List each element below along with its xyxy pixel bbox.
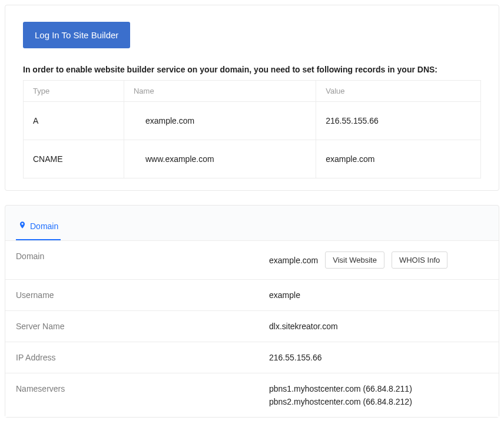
info-value-server-name: dlx.sitekreator.com bbox=[269, 322, 338, 331]
domain-row-username: Username example bbox=[5, 279, 499, 310]
info-value-nameserver: pbns2.myhostcenter.com (66.84.8.212) bbox=[269, 397, 412, 406]
visit-website-button[interactable]: Visit Website bbox=[325, 251, 384, 269]
dns-col-name: Name bbox=[124, 81, 316, 102]
dns-type-cell: CNAME bbox=[24, 140, 124, 178]
info-label-ip-address: IP Address bbox=[16, 353, 269, 362]
domain-row-ip-address: IP Address 216.55.155.66 bbox=[5, 342, 499, 373]
tab-bar: Domain bbox=[5, 206, 499, 240]
map-marker-icon bbox=[18, 221, 26, 231]
dns-value-cell: 216.55.155.66 bbox=[316, 102, 481, 140]
domain-info-list: Domain example.com Visit Website WHOIS I… bbox=[5, 240, 499, 417]
dns-name-cell: www.example.com bbox=[124, 140, 316, 178]
dns-value-cell: example.com bbox=[316, 140, 481, 178]
dns-col-value: Value bbox=[316, 81, 481, 102]
info-label-nameservers: Nameservers bbox=[16, 384, 269, 393]
domain-info-card: Domain Domain example.com Visit Website … bbox=[5, 205, 499, 418]
domain-row-nameservers: Nameservers pbns1.myhostcenter.com (66.8… bbox=[5, 373, 499, 417]
info-value-ip-address: 216.55.155.66 bbox=[269, 353, 322, 362]
info-label-username: Username bbox=[16, 290, 269, 300]
dns-col-type: Type bbox=[24, 81, 124, 102]
login-site-builder-button[interactable]: Log In To Site Builder bbox=[23, 22, 130, 48]
dns-instruction-text: In order to enable website builder servi… bbox=[23, 65, 481, 74]
tab-domain[interactable]: Domain bbox=[16, 216, 61, 240]
site-builder-card: Log In To Site Builder In order to enabl… bbox=[5, 5, 499, 191]
info-label-server-name: Server Name bbox=[16, 322, 269, 331]
domain-row-domain: Domain example.com Visit Website WHOIS I… bbox=[5, 240, 499, 279]
dns-name-cell: example.com bbox=[124, 102, 316, 140]
tab-domain-label: Domain bbox=[30, 221, 58, 231]
info-value-username: example bbox=[269, 290, 300, 300]
table-row: CNAME www.example.com example.com bbox=[24, 140, 481, 178]
info-label-domain: Domain bbox=[16, 251, 269, 261]
whois-info-button[interactable]: WHOIS Info bbox=[392, 251, 447, 269]
info-value-nameserver: pbns1.myhostcenter.com (66.84.8.211) bbox=[269, 384, 412, 393]
domain-row-server-name: Server Name dlx.sitekreator.com bbox=[5, 310, 499, 342]
info-value-domain: example.com bbox=[269, 256, 318, 265]
dns-records-table: Type Name Value A example.com 216.55.155… bbox=[23, 80, 481, 178]
dns-type-cell: A bbox=[24, 102, 124, 140]
table-row: A example.com 216.55.155.66 bbox=[24, 102, 481, 140]
